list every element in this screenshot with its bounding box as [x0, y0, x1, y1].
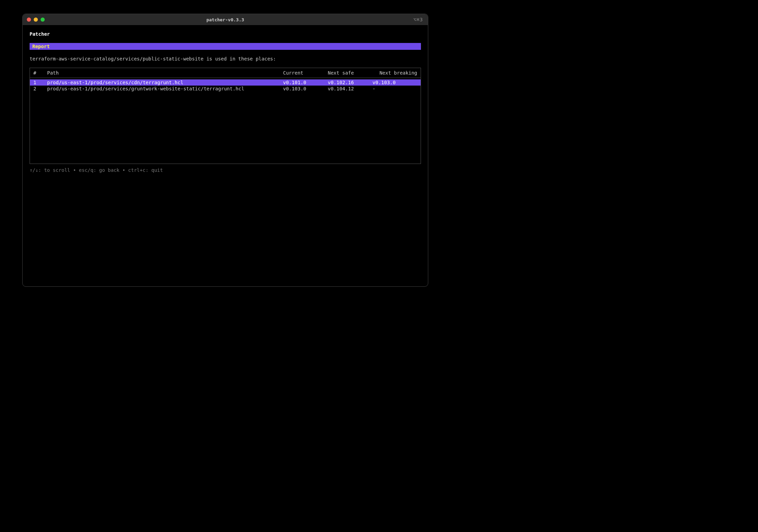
cell-next-breaking: v0.103.0 — [372, 80, 417, 85]
table-row[interactable]: 1prod/us-east-1/prod/services/cdn/terrag… — [30, 79, 421, 86]
cell-next-safe: v0.104.12 — [328, 86, 372, 91]
header-next-safe: Next safe — [328, 70, 372, 76]
cell-path: prod/us-east-1/prod/services/gruntwork-w… — [47, 86, 283, 91]
header-current: Current — [283, 70, 328, 76]
table-row[interactable]: 2prod/us-east-1/prod/services/gruntwork-… — [30, 86, 421, 92]
terminal-content: Patcher Report terraform-aws-service-cat… — [23, 25, 428, 286]
table-body[interactable]: 1prod/us-east-1/prod/services/cdn/terrag… — [30, 78, 421, 92]
window-titlebar: patcher-v0.3.3 ⌥⌘3 — [23, 14, 428, 25]
app-title: Patcher — [30, 31, 421, 37]
minimize-button[interactable] — [34, 18, 38, 22]
cell-current: v0.103.0 — [283, 86, 328, 91]
cell-path: prod/us-east-1/prod/services/cdn/terragr… — [47, 80, 283, 85]
table-header: # Path Current Next safe Next breaking — [30, 68, 421, 78]
header-num: # — [33, 70, 47, 76]
maximize-button[interactable] — [41, 18, 45, 22]
header-path: Path — [47, 70, 283, 76]
cell-current: v0.101.0 — [283, 80, 328, 85]
keyboard-help: ↑/↓: to scroll • esc/q: go back • ctrl+c… — [30, 167, 421, 173]
cell-next-safe: v0.102.16 — [328, 80, 372, 85]
terminal-window: patcher-v0.3.3 ⌥⌘3 Patcher Report terraf… — [22, 14, 428, 287]
traffic-lights — [27, 18, 45, 22]
section-label: Report — [32, 44, 50, 49]
cell-next-breaking: - — [372, 86, 417, 91]
usage-description: terraform-aws-service-catalog/services/p… — [30, 56, 421, 62]
window-title: patcher-v0.3.3 — [206, 17, 244, 22]
window-shortcut: ⌥⌘3 — [413, 17, 423, 22]
section-bar: Report — [30, 43, 421, 50]
cell-num: 1 — [33, 80, 47, 85]
usage-table: # Path Current Next safe Next breaking 1… — [30, 68, 421, 164]
cell-num: 2 — [33, 86, 47, 91]
close-button[interactable] — [27, 18, 31, 22]
header-next-breaking: Next breaking — [372, 70, 417, 76]
